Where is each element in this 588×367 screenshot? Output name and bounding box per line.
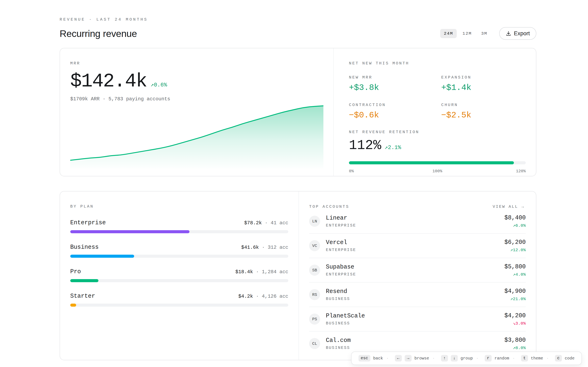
download-icon xyxy=(506,31,511,36)
trend-arrow-delta: ↘3.0% xyxy=(504,321,526,326)
metric-contraction: CONTRACTION −$0.6k xyxy=(349,103,441,120)
arrow-left-key[interactable]: ← xyxy=(395,355,402,361)
account-row-resend[interactable]: RS Resend BUSINESS $4,900 ↗21.0% xyxy=(309,283,526,307)
breakdown-card: BY PLAN Enterprise $78.2k · 41 acc Busin… xyxy=(60,191,536,360)
keybar-group-group: ↑ ↓ group xyxy=(429,355,473,361)
nrr-block: NET REVENUE RETENTION 112% ↗2.1% 0% 100%… xyxy=(349,130,526,174)
top-accounts-label: TOP ACCOUNTS xyxy=(309,204,349,209)
export-button-label: Export xyxy=(514,30,530,37)
mrr-card: MRR $142.4k ↗0.6% $1709k ARR · 5,783 pay… xyxy=(60,48,536,176)
nrr-label: NET REVENUE RETENTION xyxy=(349,130,526,134)
metric-churn: CHURN −$2.5k xyxy=(441,103,526,120)
metric-expansion: EXPANSION +$1.4k xyxy=(441,75,526,92)
plan-bar-fill xyxy=(70,279,98,282)
range-selector: 24M 12M 3M xyxy=(440,29,491,38)
avatar: VC xyxy=(309,240,320,251)
plan-bar-track xyxy=(70,230,288,233)
avatar: RS xyxy=(309,289,320,300)
plan-bar-fill xyxy=(70,304,76,307)
mrr-label: MRR xyxy=(70,61,323,66)
mrr-delta: ↗0.6% xyxy=(150,81,167,88)
trend-arrow-delta: ↗4.0% xyxy=(504,272,526,277)
esc-key[interactable]: esc xyxy=(359,355,370,361)
export-button[interactable]: Export xyxy=(499,27,536,40)
nrr-progress-fill xyxy=(349,161,514,164)
mrr-value: $142.4k xyxy=(70,72,147,91)
by-plan-label: BY PLAN xyxy=(70,204,288,209)
up-arrow-icon: ↗ xyxy=(150,82,154,88)
keybar-group-theme: t theme xyxy=(509,355,543,361)
arrow-right-key[interactable]: → xyxy=(405,355,412,361)
keyboard-hint-bar: esc back ← → browse ↑ ↓ group r random t… xyxy=(351,351,582,365)
view-all-link[interactable]: VIEW ALL → xyxy=(492,204,526,209)
header-controls: 24M 12M 3M Export xyxy=(440,27,536,40)
nrr-ticks: 0% 100% 120% xyxy=(349,169,526,174)
plan-row-starter: Starter $4.2k · 4,126 acc xyxy=(70,293,288,307)
r-key[interactable]: r xyxy=(485,355,492,361)
revenue-dashboard: REVENUE · LAST 24 MONTHS Recurring reven… xyxy=(0,0,588,367)
keybar-group-code: c code xyxy=(543,355,575,361)
plan-bar-track xyxy=(70,279,288,282)
c-key[interactable]: c xyxy=(555,355,562,361)
net-new-pane: NET NEW THIS MONTH NEW MRR +$3.8k EXPANS… xyxy=(333,48,536,176)
avatar: LN xyxy=(309,216,320,227)
trend-arrow-delta: ↗12.0% xyxy=(504,247,526,252)
mrr-trend-chart xyxy=(70,103,323,170)
trend-arrow-delta: ↗21.0% xyxy=(504,296,526,301)
arrow-down-key[interactable]: ↓ xyxy=(451,355,458,361)
keybar-group-random: r random xyxy=(473,355,509,361)
avatar: SB xyxy=(309,265,320,276)
top-accounts-pane: TOP ACCOUNTS VIEW ALL → LN Linear ENTERP… xyxy=(298,192,536,360)
plan-bar-track xyxy=(70,255,288,258)
net-new-label: NET NEW THIS MONTH xyxy=(349,61,526,66)
t-key[interactable]: t xyxy=(521,355,528,361)
trend-arrow-delta: ↗8.0% xyxy=(504,345,526,350)
range-tab-3m[interactable]: 3M xyxy=(477,29,491,38)
plan-bar-fill xyxy=(70,255,134,258)
range-tab-24m[interactable]: 24M xyxy=(440,29,457,38)
plan-bar-fill xyxy=(70,230,190,233)
mrr-subtitle: $1709k ARR · 5,783 paying accounts xyxy=(70,96,323,102)
by-plan-pane: BY PLAN Enterprise $78.2k · 41 acc Busin… xyxy=(60,192,298,360)
account-row-planetscale[interactable]: PS PlanetScale BUSINESS $4,200 ↘3.0% xyxy=(309,307,526,332)
avatar: PS xyxy=(309,314,320,325)
trend-arrow-delta: ↗6.0% xyxy=(504,223,526,228)
mrr-trend-area xyxy=(70,106,323,170)
mrr-chart-pane: MRR $142.4k ↗0.6% $1709k ARR · 5,783 pay… xyxy=(60,48,333,176)
keybar-group-browse: ← → browse xyxy=(383,355,429,361)
breadcrumb-eyebrow: REVENUE · LAST 24 MONTHS xyxy=(60,0,536,22)
nrr-progress-track xyxy=(349,161,526,164)
plan-row-enterprise: Enterprise $78.2k · 41 acc xyxy=(70,219,288,233)
page-title: Recurring revenue xyxy=(60,28,137,39)
account-row-supabase[interactable]: SB Supabase ENTERPRISE $5,800 ↗4.0% xyxy=(309,258,526,283)
up-arrow-icon: ↗ xyxy=(384,145,388,151)
avatar: CL xyxy=(309,338,320,349)
plan-row-pro: Pro $18.4k · 1,284 acc xyxy=(70,268,288,282)
range-tab-12m[interactable]: 12M xyxy=(459,29,475,38)
arrow-up-key[interactable]: ↑ xyxy=(441,355,448,361)
metric-new-mrr: NEW MRR +$3.8k xyxy=(349,75,441,92)
page-header: Recurring revenue 24M 12M 3M Export xyxy=(60,27,536,40)
nrr-delta: ↗2.1% xyxy=(384,144,401,151)
plan-row-business: Business $41.6k · 312 acc xyxy=(70,244,288,258)
plan-bar-track xyxy=(70,304,288,307)
nrr-value: 112% xyxy=(349,139,381,152)
account-row-linear[interactable]: LN Linear ENTERPRISE $8,400 ↗6.0% xyxy=(309,209,526,234)
account-row-vercel[interactable]: VC Vercel ENTERPRISE $6,200 ↗12.0% xyxy=(309,234,526,258)
keybar-group-back: esc back xyxy=(359,355,383,361)
